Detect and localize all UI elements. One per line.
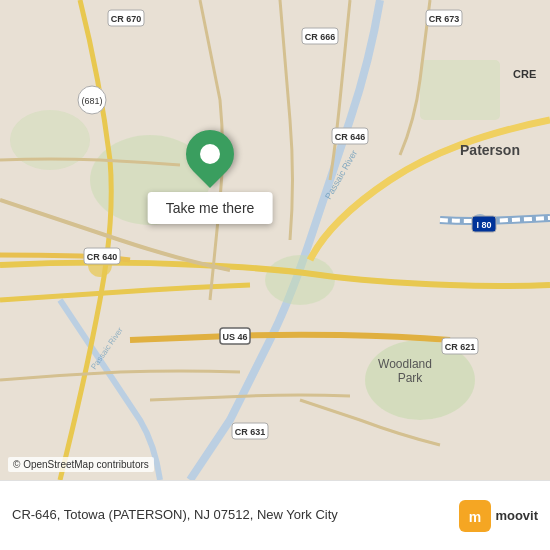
osm-text: © OpenStreetMap contributors — [13, 459, 149, 470]
pin-inner — [200, 144, 220, 164]
svg-text:I 80: I 80 — [476, 220, 491, 230]
svg-text:CRE: CRE — [513, 68, 536, 80]
svg-text:CR 621: CR 621 — [445, 342, 476, 352]
svg-text:(681): (681) — [81, 96, 102, 106]
address-text: CR-646, Totowa (PATERSON), NJ 07512, New… — [12, 506, 459, 524]
svg-text:m: m — [469, 509, 481, 525]
svg-text:CR 666: CR 666 — [305, 32, 336, 42]
map-svg: Passaic River Passaic River — [0, 0, 550, 480]
info-bar: CR-646, Totowa (PATERSON), NJ 07512, New… — [0, 480, 550, 550]
svg-point-7 — [10, 110, 90, 170]
svg-text:Woodland: Woodland — [378, 357, 432, 371]
svg-text:CR 640: CR 640 — [87, 252, 118, 262]
map-container: Passaic River Passaic River — [0, 0, 550, 480]
svg-text:CR 631: CR 631 — [235, 427, 266, 437]
moovit-text: moovit — [495, 508, 538, 523]
svg-text:CR 646: CR 646 — [335, 132, 366, 142]
svg-text:US 46: US 46 — [222, 332, 247, 342]
svg-rect-6 — [420, 60, 500, 120]
svg-text:Park: Park — [398, 371, 424, 385]
osm-attribution: © OpenStreetMap contributors — [8, 457, 154, 472]
moovit-logo: m moovit — [459, 500, 538, 532]
svg-text:CR 673: CR 673 — [429, 14, 460, 24]
take-me-there-button[interactable]: Take me there — [148, 192, 273, 224]
moovit-icon: m — [459, 500, 491, 532]
svg-text:Paterson: Paterson — [460, 142, 520, 158]
pin-icon — [176, 120, 244, 188]
svg-text:CR 670: CR 670 — [111, 14, 142, 24]
svg-point-4 — [265, 255, 335, 305]
location-pin — [186, 130, 234, 178]
